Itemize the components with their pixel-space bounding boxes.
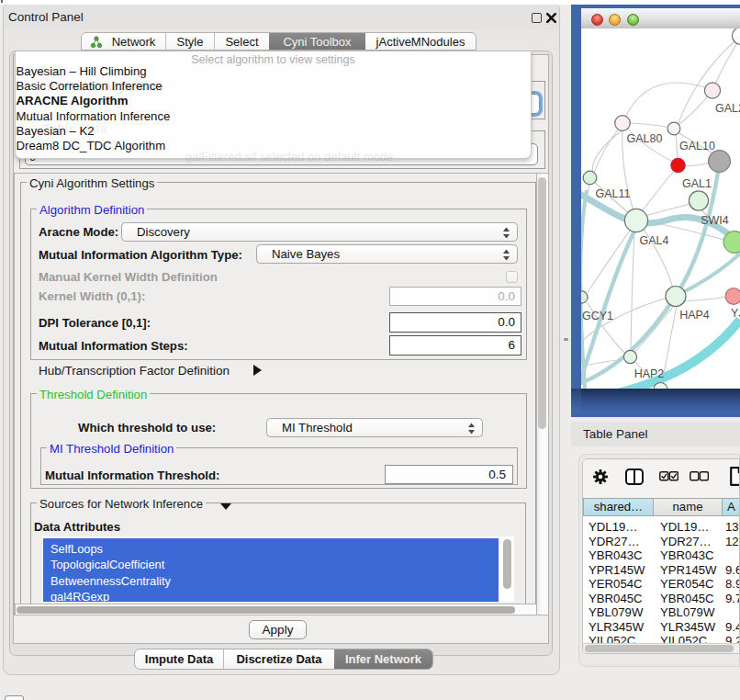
svg-text:GCY1: GCY1 (582, 310, 613, 322)
svg-text:GAL10: GAL10 (679, 140, 715, 152)
svg-text:GAL80: GAL80 (627, 132, 663, 145)
svg-text:GAL1: GAL1 (682, 177, 712, 190)
svg-text:GAL11: GAL11 (596, 187, 631, 200)
svg-text:HAP4: HAP4 (679, 309, 710, 322)
svg-text:YJR: YJR (731, 307, 740, 320)
svg-text:HAP2: HAP2 (634, 367, 665, 380)
svg-text:SWI4: SWI4 (701, 214, 729, 227)
svg-text:GAL4: GAL4 (640, 234, 669, 247)
svg-text:GAL2: GAL2 (715, 102, 740, 115)
